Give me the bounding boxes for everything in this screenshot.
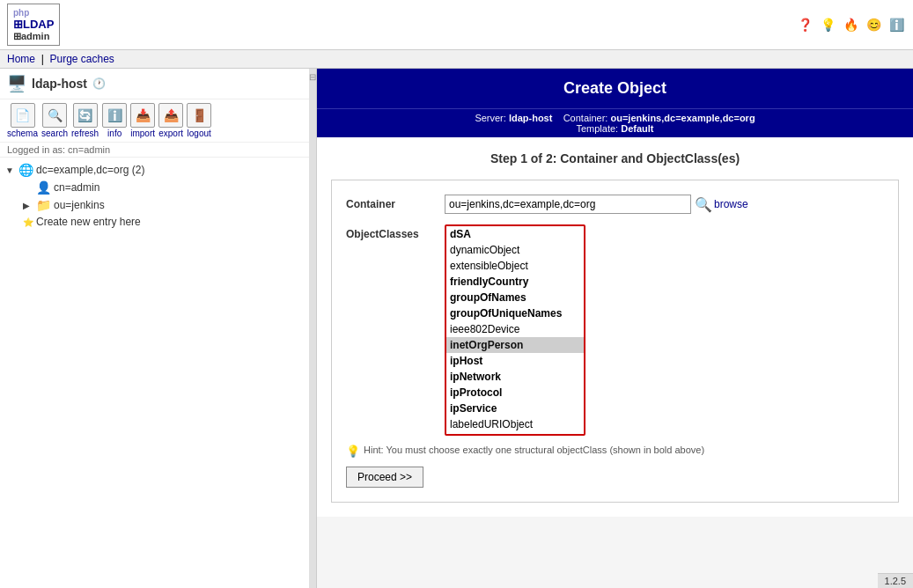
objectclass-listbox[interactable]: dSAdynamicObjectextensibleObjectfriendly… <box>445 224 585 436</box>
server-icon: 🖥️ <box>7 74 26 93</box>
tree-root[interactable]: ▼ 🌐 dc=example,dc=org (2) <box>4 161 313 179</box>
container-input-wrap: 🔍 browse <box>445 195 748 214</box>
tree-collapsed-icon: ▶ <box>23 201 33 210</box>
sidebar: 🖥️ ldap-host 🕐 📄 schema 🔍 search 🔄 refre… <box>0 69 317 588</box>
export-label: export <box>158 129 183 138</box>
browse-button[interactable]: 🔍 browse <box>695 196 748 213</box>
create-object-panel: Create Object Server: ldap-host Containe… <box>317 69 913 517</box>
container-row: Container 🔍 browse <box>346 195 884 214</box>
tree-root-icon: 🌐 <box>18 163 33 177</box>
navbar: Home | Purge caches <box>0 50 913 69</box>
ldap-tree: ▼ 🌐 dc=example,dc=org (2) 👤 cn=admin ▶ 📁… <box>0 158 316 233</box>
refresh-label: refresh <box>71 129 99 138</box>
refresh-icon: 🔄 <box>73 103 98 128</box>
logo-box: php ⊞LDAP ⊞admin <box>7 4 60 46</box>
tree-expand-icon: ▼ <box>5 165 16 175</box>
info-button[interactable]: ℹ️ info <box>102 103 127 138</box>
hint-icon: 💡 <box>346 445 360 458</box>
container-label-sub: Container: <box>563 113 608 123</box>
schema-icon: 📄 <box>11 103 35 128</box>
logo-ldap: ⊞LDAP <box>13 18 54 31</box>
search-icon: 🔍 <box>42 103 67 128</box>
export-icon: 📤 <box>158 103 183 128</box>
app-header: php ⊞LDAP ⊞admin ❓ 💡 🔥 😊 ℹ️ <box>0 0 913 50</box>
proceed-button[interactable]: Proceed >> <box>346 467 423 488</box>
container-field-label: Container <box>346 195 434 210</box>
import-label: import <box>130 129 155 138</box>
schema-label: schema <box>7 129 38 138</box>
info-label: info <box>107 129 121 138</box>
help-icon[interactable]: ❓ <box>795 15 814 34</box>
create-entry-label: Create new entry here <box>36 216 141 228</box>
hint-section: 💡 Hint: You must choose exactly one stru… <box>346 445 884 458</box>
tree-admin-label: cn=admin <box>54 181 99 194</box>
tree-leaf-icon <box>23 183 33 193</box>
browse-label: browse <box>714 198 748 210</box>
fire-icon[interactable]: 🔥 <box>841 15 860 34</box>
hint-text: Hint: You must choose exactly one struct… <box>364 445 704 455</box>
refresh-button[interactable]: 🔄 refresh <box>71 103 99 138</box>
container-value-sub: ou=jenkins,dc=example,dc=org <box>610 113 755 123</box>
logo-php: php <box>13 8 29 18</box>
logout-icon: 🚪 <box>187 103 211 128</box>
tree-root-label: dc=example,dc=org (2) <box>36 164 144 176</box>
create-object-title: Create Object <box>317 69 913 108</box>
create-new-entry[interactable]: ⭐ Create new entry here <box>21 214 313 230</box>
main-layout: 🖥️ ldap-host 🕐 📄 schema 🔍 search 🔄 refre… <box>0 69 913 588</box>
info-circle-icon[interactable]: ℹ️ <box>887 15 906 34</box>
search-button[interactable]: 🔍 search <box>41 103 68 138</box>
template-value: Default <box>621 123 653 134</box>
logged-in-text: Logged in as: cn=admin <box>0 143 316 158</box>
objectclasses-row: ObjectClasses dSAdynamicObjectextensible… <box>346 224 884 436</box>
tree-sublevel: 👤 cn=admin ▶ 📁 ou=jenkins ⭐ Create new e… <box>4 179 313 230</box>
tree-item-jenkins[interactable]: ▶ 📁 ou=jenkins <box>21 196 313 214</box>
template-label: Template: <box>576 123 618 134</box>
schema-button[interactable]: 📄 schema <box>7 103 38 138</box>
sidebar-toolbar: 📄 schema 🔍 search 🔄 refresh ℹ️ info 📥 im… <box>0 99 316 143</box>
search-label: search <box>41 129 68 138</box>
clock-icon[interactable]: 🕐 <box>92 77 106 90</box>
logout-button[interactable]: 🚪 logout <box>187 103 211 138</box>
server-value: ldap-host <box>509 113 553 123</box>
server-header: 🖥️ ldap-host 🕐 <box>0 69 316 99</box>
nav-purge-caches[interactable]: Purge caches <box>49 53 114 65</box>
listbox-wrap: dSAdynamicObjectextensibleObjectfriendly… <box>445 224 585 436</box>
form-section: Container 🔍 browse ObjectClasses <box>331 180 899 503</box>
browse-magnifier-icon: 🔍 <box>695 196 712 213</box>
import-button[interactable]: 📥 import <box>130 103 155 138</box>
create-object-subheader: Server: ldap-host Container: ou=jenkins,… <box>317 108 913 137</box>
step-title: Step 1 of 2: Container and ObjectClass(e… <box>331 151 899 165</box>
tree-item-admin[interactable]: 👤 cn=admin <box>21 179 313 196</box>
import-icon: 📥 <box>130 103 155 128</box>
folder-icon: 📁 <box>36 198 51 212</box>
tree-jenkins-label: ou=jenkins <box>54 199 105 211</box>
app-logo: php ⊞LDAP ⊞admin <box>7 4 60 46</box>
user-icon: 👤 <box>36 180 51 195</box>
smiley-icon[interactable]: 😊 <box>864 15 883 34</box>
nav-home[interactable]: Home <box>7 53 35 65</box>
server-label: Server: <box>475 113 505 123</box>
content-area: Create Object Server: ldap-host Containe… <box>317 69 913 588</box>
version-footer: 1.2.5 <box>878 573 913 588</box>
sidebar-resize-handle[interactable]: ⊟ <box>309 69 316 588</box>
server-name: ldap-host <box>32 77 87 91</box>
info-icon: ℹ️ <box>102 103 127 128</box>
bulb-icon[interactable]: 💡 <box>818 15 837 34</box>
logout-label: logout <box>188 129 211 138</box>
container-input[interactable] <box>445 195 691 214</box>
export-button[interactable]: 📤 export <box>158 103 183 138</box>
header-icons: ❓ 💡 🔥 😊 ℹ️ <box>795 15 906 34</box>
objectclasses-label: ObjectClasses <box>346 224 434 240</box>
logo-admin: ⊞admin <box>13 31 49 41</box>
tree-star-icon: ⭐ <box>23 217 33 227</box>
create-object-body: Step 1 of 2: Container and ObjectClass(e… <box>317 137 913 517</box>
